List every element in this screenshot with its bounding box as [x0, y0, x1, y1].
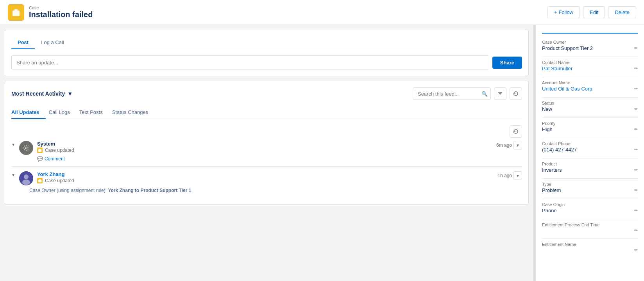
- post-tabs: Post Log a Call: [11, 36, 522, 49]
- field-label-account-name: Account Name: [542, 80, 638, 85]
- divider-6: [542, 158, 638, 158]
- svg-rect-11: [38, 180, 42, 182]
- field-label-type: Type: [542, 182, 638, 187]
- edit-type-icon[interactable]: ✏: [634, 188, 638, 193]
- field-label-status: Status: [542, 101, 638, 105]
- field-status: Status New ✏: [542, 101, 638, 112]
- activity-controls: 🔍: [413, 87, 522, 100]
- share-button[interactable]: Share: [492, 57, 522, 69]
- inner-refresh-button[interactable]: [510, 125, 522, 138]
- follow-button[interactable]: + Follow: [547, 6, 580, 18]
- tab-log-call[interactable]: Log a Call: [35, 36, 70, 49]
- activity-item-york: ▼ York Zhang: [11, 171, 522, 198]
- activity-header: Most Recent Activity ▼ 🔍: [11, 87, 522, 100]
- edit-entitlement-end-time-icon[interactable]: ✏: [634, 228, 638, 233]
- activity-sub-system: Case updated: [37, 148, 74, 153]
- collapse-york[interactable]: ▼: [11, 171, 15, 177]
- tab-status-changes[interactable]: Status Changes: [112, 106, 155, 119]
- activity-top-york: York Zhang Case updated: [37, 171, 522, 183]
- edit-product-icon[interactable]: ✏: [634, 167, 638, 173]
- divider-10: [542, 238, 638, 239]
- account-name-link[interactable]: United Oil & Gas Corp.: [542, 86, 594, 92]
- share-input[interactable]: [11, 55, 489, 69]
- field-entitlement-end-time: Entitlement Process End Time ✏: [542, 222, 638, 233]
- case-owner-value: Product Support Tier 2: [542, 45, 593, 51]
- field-value-contact-name: Pat Stumuller ✏: [542, 66, 638, 71]
- status-value: New: [542, 106, 552, 112]
- author-york: York Zhang: [37, 171, 74, 177]
- field-label-entitlement-end-time: Entitlement Process End Time: [542, 222, 638, 227]
- activity-area: Most Recent Activity ▼ 🔍: [5, 81, 529, 205]
- comment-icon: 💬: [37, 156, 43, 162]
- field-label-case-owner: Case Owner: [542, 40, 638, 44]
- field-entitlement-name: Entitlement Name ✏: [542, 242, 638, 253]
- left-panel: Post Log a Call Share Most Recent Activi…: [0, 25, 533, 281]
- header-title-block: Case Installation failed: [29, 5, 93, 19]
- activity-time-system: 6m ago ▼: [496, 141, 522, 149]
- activity-sub-york: Case updated: [37, 178, 74, 183]
- feed-container: Post Log a Call Share: [5, 30, 529, 76]
- field-product: Product Inverters ✏: [542, 162, 638, 173]
- edit-status-icon[interactable]: ✏: [634, 107, 638, 112]
- edit-account-name-icon[interactable]: ✏: [634, 86, 638, 91]
- header-actions: + Follow Edit Delete: [547, 6, 636, 18]
- tab-all-updates[interactable]: All Updates: [11, 106, 46, 119]
- dropdown-york[interactable]: ▼: [513, 171, 522, 180]
- field-label-product: Product: [542, 162, 638, 166]
- edit-contact-phone-icon[interactable]: ✏: [634, 147, 638, 152]
- case-label: Case: [29, 5, 93, 10]
- edit-case-owner-icon[interactable]: ✏: [634, 46, 638, 51]
- field-value-entitlement-end-time: ✏: [542, 228, 638, 233]
- delete-button[interactable]: Delete: [608, 6, 636, 18]
- refresh-button[interactable]: [510, 87, 522, 100]
- collapse-system[interactable]: ▼: [11, 141, 15, 147]
- search-wrapper: 🔍: [413, 87, 491, 100]
- svg-rect-6: [38, 149, 42, 152]
- comment-link-system[interactable]: 💬 Comment: [37, 156, 522, 162]
- case-badge-york: [37, 178, 43, 183]
- field-value-contact-phone: (014) 427-4427 ✏: [542, 147, 638, 153]
- search-icon: 🔍: [481, 91, 488, 97]
- contact-name-link[interactable]: Pat Stumuller: [542, 66, 572, 71]
- priority-value: High: [542, 126, 553, 132]
- filter-button[interactable]: [494, 87, 506, 100]
- field-label-priority: Priority: [542, 121, 638, 126]
- case-origin-value: Phone: [542, 208, 557, 213]
- activity-content-system: System Case updated: [37, 141, 522, 162]
- svg-rect-0: [13, 11, 20, 16]
- activity-title: Most Recent Activity ▼: [11, 91, 73, 97]
- contact-phone-value: (014) 427-4427: [542, 147, 577, 153]
- case-badge-system: [37, 148, 43, 153]
- edit-priority-icon[interactable]: ✏: [634, 127, 638, 132]
- product-value: Inverters: [542, 167, 562, 173]
- avatar-system: [19, 141, 33, 155]
- field-value-priority: High ✏: [542, 126, 638, 132]
- activity-item-header-york: ▼ York Zhang: [11, 171, 522, 185]
- activity-time-york: 1h ago ▼: [497, 171, 522, 180]
- activity-item-system: ▼ System: [11, 141, 522, 167]
- divider-1: [542, 57, 638, 57]
- header-left: Case Installation failed: [8, 4, 93, 21]
- activity-content-york: York Zhang Case updated: [37, 171, 522, 183]
- edit-button[interactable]: Edit: [583, 6, 605, 18]
- edit-case-origin-icon[interactable]: ✏: [634, 208, 638, 213]
- tab-post[interactable]: Post: [11, 36, 35, 49]
- svg-rect-7: [39, 149, 41, 149]
- field-value-account-name: United Oil & Gas Corp. ✏: [542, 86, 638, 92]
- activity-title-text: Most Recent Activity: [11, 91, 65, 97]
- york-note: Case Owner (using assignment rule): York…: [11, 188, 522, 193]
- field-contact-phone: Contact Phone (014) 427-4427 ✏: [542, 141, 638, 153]
- search-feed-input[interactable]: [413, 87, 491, 100]
- activity-item-header-system: ▼ System: [11, 141, 522, 162]
- tab-call-logs[interactable]: Call Logs: [49, 106, 76, 119]
- tab-text-posts[interactable]: Text Posts: [79, 106, 109, 119]
- right-panel-tab-bar: [542, 31, 638, 34]
- divider-4: [542, 117, 638, 118]
- edit-entitlement-name-icon[interactable]: ✏: [634, 247, 638, 253]
- dropdown-arrow-icon[interactable]: ▼: [67, 91, 73, 97]
- activity-author-block-system: System Case updated: [37, 141, 74, 153]
- field-type: Type Problem ✏: [542, 182, 638, 193]
- field-case-owner: Case Owner Product Support Tier 2 ✏: [542, 40, 638, 51]
- dropdown-system[interactable]: ▼: [513, 141, 522, 149]
- edit-contact-name-icon[interactable]: ✏: [634, 66, 638, 71]
